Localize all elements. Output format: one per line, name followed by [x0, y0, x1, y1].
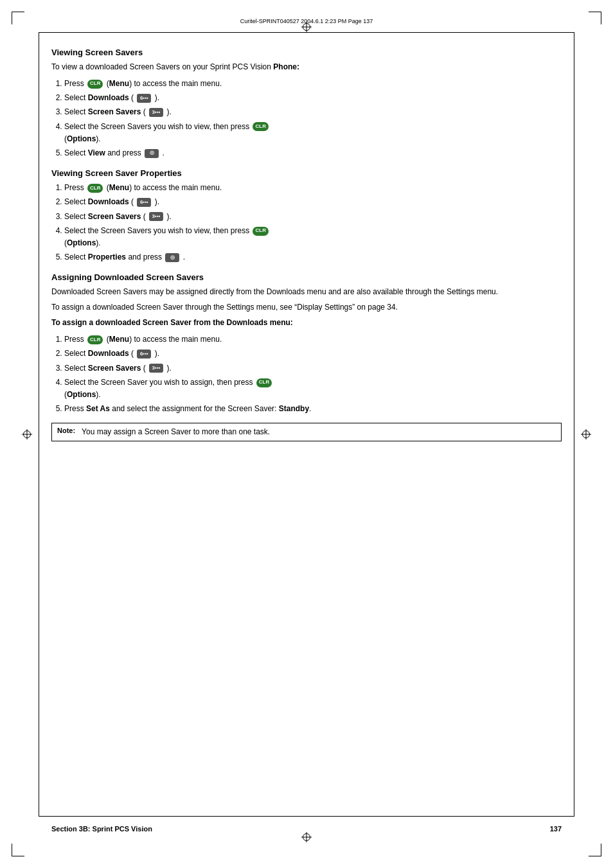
step-3-3: Select Screen Savers ( 3▪▪▪ ).	[64, 362, 562, 375]
rule-right	[574, 32, 574, 817]
section-assigning: Assigning Downloaded Screen Savers Downl…	[51, 272, 562, 415]
step-3-2: Select Downloads ( 6▪▪▪ ).	[64, 348, 562, 360]
properties-btn: ◎	[165, 253, 179, 262]
reg-mark-bottom	[301, 832, 312, 842]
step-2-3: Select Screen Savers ( 3▪▪▪ ).	[64, 211, 562, 223]
crop-mark-top-left	[12, 12, 24, 24]
menu-btn-3: CLR	[87, 335, 103, 344]
downloads-btn-1: 6▪▪▪	[137, 94, 151, 103]
step-1-4: Select the Screen Savers you wish to vie…	[64, 121, 562, 145]
crop-mark-bottom-left	[12, 844, 24, 856]
step-1-3: Select Screen Savers ( 3▪▪▪ ).	[64, 106, 562, 118]
downloads-btn-2: 6▪▪▪	[137, 198, 151, 207]
step-3-1: Press CLR (Menu) to access the main menu…	[64, 333, 562, 346]
rule-bottom	[39, 816, 574, 817]
file-info: Curitel-SPRINT040527 2004.6.1 2:23 PM Pa…	[240, 18, 373, 24]
step-2-1: Press CLR (Menu) to access the main menu…	[64, 182, 562, 194]
body-text-3b: To assign a downloaded Screen Saver thro…	[51, 301, 562, 313]
options-btn-1: CLR	[253, 122, 268, 131]
step-2-5: Select Properties and press ◎ .	[64, 251, 562, 263]
step-3-4: Select the Screen Saver you wish to assi…	[64, 376, 562, 401]
options-btn-2: CLR	[253, 227, 268, 236]
steps-list-1: Press CLR (Menu) to access the main menu…	[64, 78, 562, 159]
steps-list-3: Press CLR (Menu) to access the main menu…	[64, 333, 562, 415]
downloads-btn-3: 6▪▪▪	[137, 350, 151, 359]
screensavers-btn-3: 3▪▪▪	[149, 364, 163, 373]
note-box: Note: You may assign a Screen Saver to m…	[51, 423, 562, 441]
reg-mark-left	[22, 429, 32, 439]
page-container: Curitel-SPRINT040527 2004.6.1 2:23 PM Pa…	[0, 0, 613, 868]
view-btn-1: ◎	[145, 149, 159, 158]
header-info: Curitel-SPRINT040527 2004.6.1 2:23 PM Pa…	[51, 18, 562, 24]
section-heading-3: Assigning Downloaded Screen Savers	[51, 272, 562, 282]
crop-mark-bottom-right	[589, 844, 601, 856]
intro-text-1: To view a downloaded Screen Savers on yo…	[51, 61, 562, 73]
section-heading-2: Viewing Screen Saver Properties	[51, 168, 562, 178]
section-viewing-properties: Viewing Screen Saver Properties Press CL…	[51, 168, 562, 263]
menu-btn-2: CLR	[87, 184, 103, 193]
steps-list-2: Press CLR (Menu) to access the main menu…	[64, 182, 562, 263]
step-2-4: Select the Screen Savers you wish to vie…	[64, 225, 562, 249]
footer-page: 137	[550, 825, 562, 833]
step-1-1: Press CLR (Menu) to access the main menu…	[64, 78, 562, 90]
rule-left	[39, 32, 39, 817]
screensavers-btn-2: 3▪▪▪	[149, 212, 163, 221]
section-heading-1: Viewing Screen Savers	[51, 48, 562, 57]
intro-text-3: To assign a downloaded Screen Saver from…	[51, 317, 562, 328]
crop-mark-top-right	[589, 12, 601, 24]
step-3-5: Press Set As and select the assignment f…	[64, 403, 562, 415]
section-viewing-screen-savers: Viewing Screen Savers To view a download…	[51, 48, 562, 159]
note-label: Note:	[57, 427, 75, 434]
rule-top	[39, 32, 574, 33]
step-1-2: Select Downloads ( 6▪▪▪ ).	[64, 92, 562, 104]
note-text: You may assign a Screen Saver to more th…	[82, 427, 270, 438]
options-btn-3: CLR	[256, 378, 272, 387]
body-text-3a: Downloaded Screen Savers may be assigned…	[51, 286, 562, 297]
step-1-5: Select View and press ◎ .	[64, 147, 562, 159]
footer-section: Section 3B: Sprint PCS Vision	[51, 825, 152, 833]
step-2-2: Select Downloads ( 6▪▪▪ ).	[64, 196, 562, 208]
main-content: Viewing Screen Savers To view a download…	[51, 39, 562, 804]
menu-btn-1: CLR	[87, 80, 103, 89]
screensavers-btn-1: 3▪▪▪	[149, 108, 163, 117]
reg-mark-right	[581, 429, 591, 439]
